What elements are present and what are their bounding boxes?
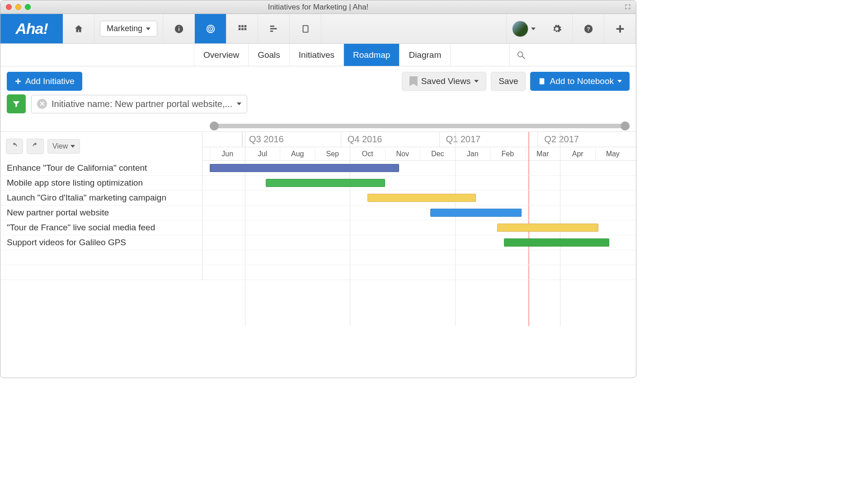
svg-line-20 [522,56,525,59]
gantt-bar[interactable] [497,224,599,232]
svg-rect-22 [15,81,21,82]
slider-thumb-end[interactable] [621,121,630,131]
timeline-zoom-slider[interactable] [210,118,630,131]
undo-button[interactable] [6,139,23,154]
svg-rect-1 [179,28,179,31]
filter-bar: ✕ Initiative name: New partner portal we… [0,94,636,118]
main-toolbar: Aha! Marketing ? [0,14,636,44]
undo-icon [11,142,18,149]
saved-views-label: Saved Views [421,76,471,86]
gantt-body: Enhance "Tour de California" contentMobi… [0,161,636,280]
strategy-nav-button[interactable] [195,14,226,43]
user-menu[interactable] [506,14,541,43]
search-box[interactable] [509,44,636,66]
gantt-header: View Q3 2016Q4 2016Q1 2017Q2 2017 JunJul… [0,131,636,161]
filter-chip-label: Initiative name: New partner portal webs… [52,99,232,109]
initiative-name[interactable]: Enhance "Tour de California" content [0,161,202,175]
month-label: Sep [315,147,350,160]
add-to-notebook-button[interactable]: Add to Notebook [530,72,630,91]
initiative-name[interactable]: Support videos for Galileo GPS [0,235,202,250]
settings-button[interactable] [541,14,573,43]
chevron-down-icon [531,28,536,30]
initiative-name[interactable]: "Tour de France" live social media feed [0,220,202,235]
month-label: Jun [210,147,245,160]
home-icon [74,24,84,34]
filter-chip[interactable]: ✕ Initiative name: New partner portal we… [31,95,247,113]
add-initiative-button[interactable]: Add Initiative [7,72,82,91]
svg-text:?: ? [587,26,590,32]
gantt-row: Mobile app store listing optimization [0,176,636,191]
help-button[interactable]: ? [573,14,604,43]
svg-rect-18 [616,28,624,30]
grid-icon [237,24,247,34]
redo-icon [32,142,39,149]
tab-initiatives[interactable]: Initiatives [289,44,344,66]
initiative-name[interactable]: Launch "Giro d'Italia" marketing campaig… [0,191,202,205]
search-icon [516,50,526,60]
fullscreen-icon[interactable] [624,3,631,10]
plus-icon [615,24,625,34]
help-icon: ? [583,24,593,34]
month-label: Apr [560,147,595,160]
chevron-down-icon [146,28,151,30]
svg-rect-10 [241,28,244,30]
initiative-name[interactable]: Mobile app store listing optimization [0,176,202,190]
gear-icon [552,24,562,34]
target-icon [206,24,216,34]
slider-thumb-start[interactable] [210,121,219,131]
info-button[interactable] [163,14,195,43]
gantt-bar[interactable] [504,238,609,247]
initiative-name[interactable]: New partner portal website [0,205,202,220]
timeline-header: Q3 2016Q4 2016Q1 2017Q2 2017 JunJulAugSe… [202,132,636,161]
chevron-down-icon [474,80,479,83]
tab-goals[interactable]: Goals [248,44,289,66]
save-label: Save [499,76,518,86]
svg-point-5 [210,28,211,29]
gantt-row: Launch "Giro d'Italia" marketing campaig… [0,191,636,205]
features-nav-button[interactable] [226,14,258,43]
svg-rect-2 [179,26,179,27]
month-label: Dec [420,147,455,160]
tab-overview[interactable]: Overview [194,44,248,66]
redo-button[interactable] [27,139,44,154]
chevron-down-icon [617,80,622,83]
home-button[interactable] [63,14,94,43]
book-icon [538,77,546,85]
svg-rect-6 [238,25,240,27]
filter-button[interactable] [7,94,26,113]
product-selector[interactable]: Marketing [94,14,163,43]
quarter-label: Q3 2016 [242,132,341,147]
bookmark-icon [409,76,418,86]
add-button[interactable] [604,14,636,43]
slider-track [210,124,630,128]
saved-views-button[interactable]: Saved Views [402,72,487,91]
month-label: Nov [385,147,420,160]
gantt-bar[interactable] [367,194,476,202]
window-title: Initiatives for Marketing | Aha! [0,3,636,12]
save-button[interactable]: Save [491,72,526,91]
svg-rect-14 [270,30,273,32]
releases-nav-button[interactable] [258,14,290,43]
filter-icon [12,99,21,108]
gantt-bar[interactable] [430,209,522,217]
remove-filter-icon[interactable]: ✕ [37,99,47,109]
add-to-notebook-label: Add to Notebook [550,76,614,86]
info-icon [174,24,184,34]
gantt-row: New partner portal website [0,205,636,220]
add-initiative-label: Add Initiative [25,76,75,86]
tab-diagram[interactable]: Diagram [399,44,451,66]
month-label: Aug [280,147,315,160]
gantt-bar[interactable] [266,179,385,187]
quarter-label: Q1 2017 [439,132,538,147]
gantt-bar[interactable] [210,164,399,172]
notebooks-nav-button[interactable] [290,14,321,43]
product-selector-label: Marketing [107,24,142,33]
month-label: Oct [350,147,385,160]
month-label: May [595,147,631,160]
chevron-down-icon [237,103,241,105]
view-menu-button[interactable]: View [47,139,80,154]
tab-roadmap[interactable]: Roadmap [344,44,399,66]
svg-point-19 [518,51,523,56]
svg-rect-12 [270,25,274,27]
app-logo[interactable]: Aha! [0,14,63,43]
